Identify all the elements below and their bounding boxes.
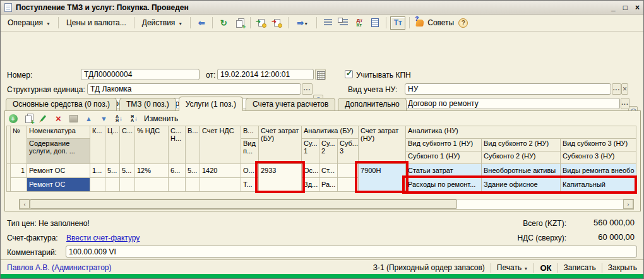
delete-row-button[interactable] [53, 114, 64, 124]
col-header-schet-zatrat-nu: Счет затрат (НУ) [359, 126, 406, 164]
cell-empty[interactable] [186, 178, 200, 192]
date-input[interactable] [217, 69, 314, 80]
cell-empty[interactable] [200, 178, 241, 192]
cell-vid-p[interactable]: О... [241, 164, 259, 178]
document-journal-button[interactable] [368, 16, 382, 30]
cell-empty[interactable] [120, 178, 135, 192]
cell-vid-p[interactable]: Т... [241, 178, 259, 192]
cell-subkonto3[interactable]: Капитальный [561, 178, 636, 192]
kpn-checkbox[interactable] [345, 70, 353, 78]
cell-schet-zatrat-nu[interactable]: 7900Н [359, 164, 406, 192]
copy-document-button[interactable]: + [232, 16, 246, 30]
end-edit-button[interactable] [68, 114, 79, 124]
help-icon[interactable] [458, 18, 468, 28]
clear-button[interactable] [621, 83, 628, 95]
maximize-button[interactable]: □ [623, 1, 628, 14]
calendar-button[interactable] [315, 69, 326, 80]
cell-pct-nds[interactable]: 12% [135, 164, 169, 178]
cell-empty[interactable] [169, 178, 186, 192]
cell-vsego[interactable]: 5... [186, 164, 200, 178]
ellipsis-button[interactable] [621, 98, 629, 109]
edit-row-button[interactable] [38, 114, 49, 124]
cell-num[interactable] [11, 178, 27, 192]
cell-su2[interactable]: Ра... [319, 178, 338, 192]
tab-dopolnitelno[interactable]: Дополнительно [338, 98, 406, 110]
horizontal-scrollbar[interactable]: ‹ › [19, 199, 634, 210]
minimize-button[interactable]: _ [611, 1, 616, 14]
cell-empty[interactable] [105, 178, 120, 192]
cell-soderzhanie-selected[interactable]: Ремонт ОС [27, 178, 90, 192]
print-button[interactable]: Печать [497, 263, 528, 272]
ok-button[interactable]: ОК [540, 263, 551, 273]
cell-nomenklatura[interactable]: Ремонт ОС [27, 164, 90, 178]
cell-vid-subkonto2[interactable]: Внеоборотные активы [482, 164, 561, 178]
cell-vid-subkonto3[interactable]: Виды ремонта внеобо [561, 164, 636, 178]
cell-su2[interactable]: Ст... [319, 164, 338, 178]
advice-button[interactable]: Советы [414, 18, 456, 27]
status-bar-buttons: З-1 (Приходный ордер запасов) Печать ОК … [373, 263, 637, 273]
chevron-down-icon [524, 263, 528, 272]
cell-empty[interactable] [135, 178, 169, 192]
nomer-input[interactable] [81, 69, 200, 80]
plus-icon: + [31, 119, 35, 126]
toolbar-separator [134, 17, 134, 28]
subordination-structure-button[interactable] [321, 16, 335, 30]
cell-empty[interactable] [90, 178, 105, 192]
refill-from-document-button[interactable]: ⇐ [194, 16, 208, 30]
edit-mode-label[interactable]: Изменить [144, 114, 178, 123]
receipt-prices-button[interactable]: ➔ [254, 16, 268, 30]
cell-num[interactable]: 1 [11, 164, 27, 178]
ellipsis-button[interactable] [612, 83, 621, 95]
comment-input[interactable] [66, 246, 637, 258]
vid-ucheta-input[interactable] [405, 83, 611, 95]
window-controls: _ □ × [611, 1, 640, 14]
actions-menu[interactable]: Действия [138, 16, 187, 29]
dt-kt-button[interactable]: ДтКт [352, 16, 366, 30]
tab-tmz[interactable]: ТМЗ (0 поз.) [119, 98, 176, 110]
add-row-button[interactable] [8, 114, 18, 124]
formatting-button[interactable]: Тт [390, 16, 405, 30]
enter-on-basis-button[interactable]: ⇒ [292, 16, 313, 30]
cell-subkonto2[interactable]: Здание офисное [482, 178, 561, 192]
refill-from-document-icon: ⇐ [198, 18, 205, 28]
cell-summa[interactable]: 5... [120, 164, 135, 178]
copy-row-button[interactable]: + [23, 114, 33, 124]
col-header-subkonto1: Субконто 1 (НУ) [406, 151, 482, 164]
prices-currency-menu[interactable]: Цены и валюта... [63, 16, 130, 29]
save-button[interactable]: Записать [564, 263, 596, 272]
dogovor-input[interactable] [405, 98, 620, 109]
sort-descending-button[interactable]: ЯА↓ [129, 114, 140, 124]
cell-cena[interactable]: 5... [105, 164, 120, 178]
close-form-button[interactable]: Закрыть [608, 263, 637, 272]
sort-ascending-button[interactable]: АЯ↓ [114, 114, 124, 124]
return-prices-button[interactable]: ➔ [270, 16, 284, 30]
posting-mode-button[interactable] [337, 16, 350, 30]
close-button[interactable]: × [635, 1, 640, 14]
move-down-button[interactable] [98, 114, 109, 124]
move-up-button[interactable] [83, 114, 94, 124]
tab-osnovnye-sredstva[interactable]: Основные средства (0 поз.) [6, 98, 117, 110]
tab-uslugi[interactable]: Услуги (1 поз.) [179, 97, 243, 111]
struct-input[interactable] [87, 83, 301, 95]
cell-schet-nds[interactable]: 1420 [200, 164, 241, 178]
tab-scheta-ucheta[interactable]: Счета учета расчетов [246, 98, 335, 110]
cell-su3[interactable] [338, 164, 359, 178]
scrollbar-track[interactable] [30, 199, 623, 209]
cell-schet-zatrat-bu[interactable]: 2933 [259, 164, 302, 192]
cell-vid-subkonto1[interactable]: Статьи затрат [406, 164, 482, 178]
scroll-right-button[interactable]: › [623, 199, 633, 209]
receipt-prices-icon: ➔ [258, 19, 265, 27]
cell-su3[interactable] [338, 178, 359, 192]
copy-row-icon: + [25, 116, 32, 123]
cell-summa-nds[interactable]: 6... [169, 164, 186, 178]
enter-invoice-link[interactable]: Ввести счет-фактуру [66, 233, 140, 243]
cell-subkonto1[interactable]: Расходы по ремонт... [406, 178, 482, 192]
refresh-button[interactable]: ↻ [217, 16, 230, 30]
scrollbar-thumb[interactable] [30, 199, 457, 209]
scroll-left-button[interactable]: ‹ [20, 199, 30, 209]
cell-su1[interactable]: Ос... [302, 164, 319, 178]
cell-kolichestvo[interactable]: 1... [90, 164, 105, 178]
ellipsis-button[interactable] [302, 83, 313, 95]
cell-su1[interactable]: Зд... [302, 178, 319, 192]
operation-menu[interactable]: Операция [4, 16, 54, 29]
